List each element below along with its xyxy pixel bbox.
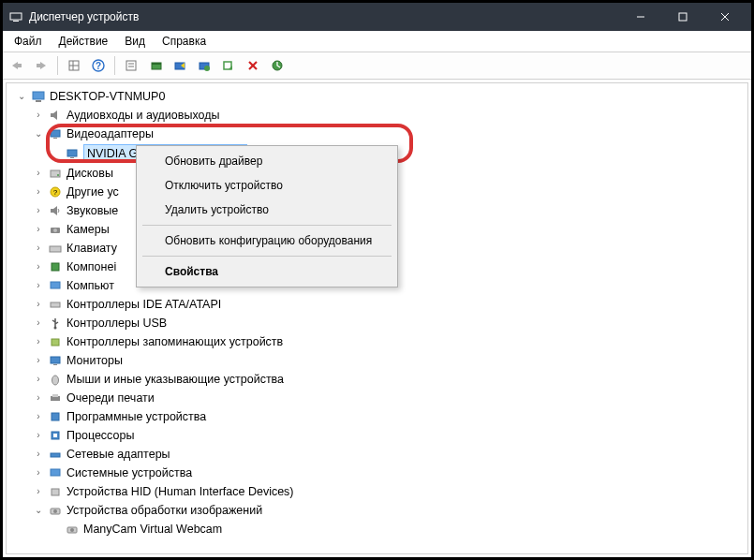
svg-point-34	[53, 228, 57, 232]
expand-icon[interactable]: ›	[33, 408, 44, 425]
collapse-icon[interactable]: ⌄	[33, 502, 44, 519]
tree-item-software[interactable]: ›Программные устройства	[33, 407, 747, 426]
tree-item-imaging[interactable]: ⌄ Устройства обработки изображений	[33, 501, 747, 520]
menu-file[interactable]: Файл	[7, 33, 50, 50]
tree-item-label: Звуковые	[67, 202, 118, 219]
tree-item-network[interactable]: ›Сетевые адаптеры	[33, 445, 747, 464]
toolbar-separator	[57, 56, 58, 75]
expand-icon[interactable]: ›	[33, 352, 44, 369]
expand-icon[interactable]: ›	[33, 296, 44, 313]
webcam-icon	[65, 522, 80, 537]
maximize-button[interactable]	[661, 3, 703, 31]
tree-item-cpu[interactable]: ›Процессоры	[33, 426, 747, 445]
display-adapter-icon	[65, 146, 80, 161]
tree-item-hid[interactable]: ›Устройства HID (Human Interface Devices…	[33, 482, 747, 501]
properties-button[interactable]	[121, 55, 141, 76]
disk-icon	[48, 166, 63, 181]
imaging-icon	[48, 503, 63, 518]
collapse-icon[interactable]: ⌄	[16, 88, 27, 105]
tree-root-label: DESKTOP-VTNMUP0	[50, 88, 165, 105]
tree-item-mouse[interactable]: ›Мыши и иные указывающие устройства	[33, 370, 747, 389]
svg-rect-24	[36, 100, 41, 102]
tree-item-label: Программные устройства	[67, 408, 206, 425]
storage-icon	[48, 334, 63, 349]
audio-icon	[48, 108, 63, 123]
delete-button[interactable]	[243, 55, 263, 76]
help-button[interactable]: ?	[88, 55, 109, 76]
usb-icon	[48, 316, 63, 331]
menu-help[interactable]: Справка	[155, 33, 214, 50]
menu-scan-hardware[interactable]: Обновить конфигурацию оборудования	[139, 228, 395, 253]
tree-item-usb[interactable]: ›Контроллеры USB	[33, 314, 747, 332]
expand-icon[interactable]: ›	[33, 483, 44, 500]
svg-text:?: ?	[53, 188, 58, 197]
svg-rect-50	[51, 469, 60, 476]
expand-icon[interactable]: ›	[33, 221, 44, 238]
tree-item-audio[interactable]: › Аудиовходы и аудиовыходы	[33, 106, 747, 125]
tree-item-storage[interactable]: ›Контроллеры запоминающих устройств	[33, 332, 747, 351]
tree-item-label: Контроллеры запоминающих устройств	[67, 333, 283, 350]
tree-item-label: Контроллеры USB	[67, 315, 167, 332]
expand-icon[interactable]: ›	[33, 258, 44, 275]
monitor-icon	[48, 353, 63, 368]
expand-icon[interactable]: ›	[33, 184, 44, 200]
expand-icon[interactable]: ›	[33, 202, 44, 219]
back-button[interactable]	[7, 55, 27, 76]
expand-icon[interactable]: ›	[33, 165, 44, 182]
tree-item-label: Дисковы	[67, 165, 113, 182]
titlebar: Диспетчер устройств	[3, 3, 751, 31]
menu-view[interactable]: Вид	[117, 33, 153, 50]
tree-item-label: Компонеі	[67, 258, 116, 275]
svg-rect-29	[51, 170, 60, 177]
svg-rect-51	[52, 489, 59, 495]
mouse-icon	[48, 372, 63, 387]
menu-properties[interactable]: Свойства	[139, 259, 395, 284]
menu-remove-device[interactable]: Удалить устройство	[139, 198, 395, 222]
tree-item-ide[interactable]: ›Контроллеры IDE ATA/ATAPI	[33, 295, 747, 314]
svg-rect-40	[52, 339, 59, 346]
update-button[interactable]	[145, 55, 166, 76]
expand-icon[interactable]: ›	[33, 390, 44, 406]
svg-rect-1	[13, 21, 19, 22]
menubar: Файл Действие Вид Справка	[3, 31, 751, 52]
component-icon	[48, 259, 63, 274]
tree-item-system[interactable]: ›Системные устройства	[33, 464, 747, 482]
svg-rect-11	[126, 61, 136, 70]
tree-item-webcam[interactable]: ManyCam Virtual Webcam	[50, 520, 747, 538]
forward-button[interactable]	[31, 55, 52, 76]
tree-item-label: Очереди печати	[67, 390, 155, 406]
tree-item-label: Аудиовходы и аудиовыходы	[67, 107, 219, 124]
tree-item-video[interactable]: ⌄ Видеоадаптеры	[33, 125, 747, 143]
disable-button[interactable]	[170, 55, 190, 76]
window-controls	[619, 3, 746, 31]
menu-action[interactable]: Действие	[52, 33, 116, 50]
expand-icon[interactable]: ›	[33, 446, 44, 463]
collapse-icon[interactable]: ⌄	[33, 125, 44, 142]
expand-icon[interactable]: ›	[33, 427, 44, 444]
scan-button[interactable]	[194, 55, 214, 76]
tree-item-label: Процессоры	[67, 427, 134, 444]
show-hidden-button[interactable]	[64, 55, 84, 76]
scan-hardware-button[interactable]	[267, 55, 288, 76]
expand-icon[interactable]: ›	[33, 240, 44, 257]
svg-rect-46	[52, 413, 59, 420]
menu-disable-device[interactable]: Отключить устройство	[139, 173, 395, 198]
tree-item-monitors[interactable]: ›Мониторы	[33, 351, 747, 370]
expand-icon[interactable]: ›	[33, 333, 44, 350]
tree-item-label: Сетевые адаптеры	[67, 446, 170, 463]
tree-item-print[interactable]: ›Очереди печати	[33, 389, 747, 407]
expand-icon[interactable]: ›	[33, 277, 44, 294]
printer-icon	[48, 391, 63, 405]
system-icon	[48, 465, 63, 480]
menu-update-driver[interactable]: Обновить драйвер	[139, 149, 395, 173]
expand-icon[interactable]: ›	[33, 464, 44, 481]
close-button[interactable]	[703, 3, 746, 31]
expand-icon[interactable]: ›	[33, 371, 44, 388]
device-tree[interactable]: ⌄ DESKTOP-VTNMUP0 › Аудиовходы и аудиовы…	[6, 82, 748, 554]
tree-root[interactable]: ⌄ DESKTOP-VTNMUP0	[16, 87, 747, 106]
expand-icon[interactable]: ›	[33, 315, 44, 332]
svg-rect-15	[152, 63, 161, 65]
expand-icon[interactable]: ›	[33, 107, 44, 124]
uninstall-button[interactable]	[218, 55, 239, 76]
minimize-button[interactable]	[619, 3, 661, 31]
